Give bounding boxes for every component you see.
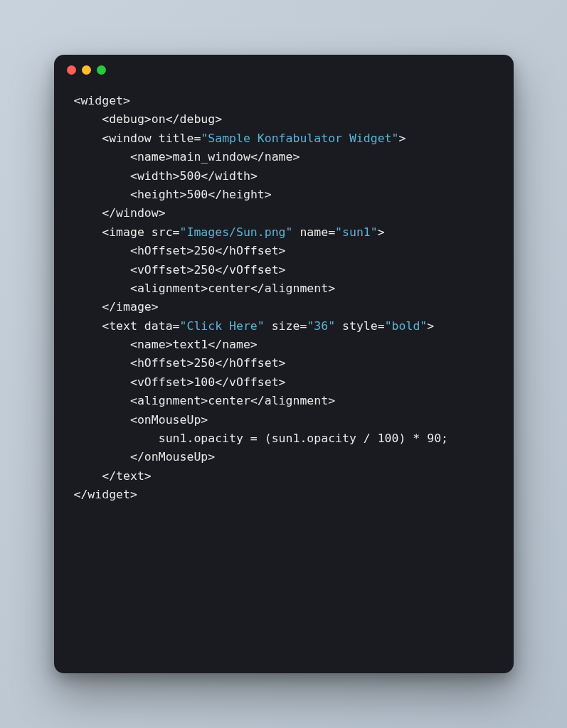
code-token-txt: sun1.opacity = (sun1.opacity / 100) * 90…	[159, 432, 448, 445]
titlebar	[54, 55, 514, 85]
code-token-tag: <text data=	[102, 319, 179, 333]
code-token-tag: <name>	[130, 150, 173, 164]
code-token-tag: <alignment>	[130, 394, 208, 407]
code-editor[interactable]: <widget> <debug>on</debug> <window title…	[54, 85, 514, 525]
code-token-tag: </text>	[102, 469, 152, 483]
code-token-tag: <hOffset>	[130, 244, 194, 257]
code-token-tag: <hOffset>	[130, 356, 194, 370]
code-token-tag: <height>	[130, 188, 186, 201]
code-token-txt: 500	[186, 188, 208, 201]
close-icon[interactable]	[67, 65, 76, 75]
code-token-tag: <width>	[130, 169, 180, 183]
code-token-txt: 250	[194, 263, 215, 277]
code-token-tag: >	[427, 319, 434, 333]
code-token-txt: 250	[194, 244, 215, 257]
code-token-str: "Sample Konfabulator Widget"	[201, 132, 398, 145]
code-token-str: "36"	[307, 319, 335, 333]
code-token-txt: 100	[194, 375, 215, 389]
code-token-tag: </window>	[102, 206, 165, 220]
code-token-tag: </name>	[250, 150, 300, 164]
code-token-tag: </alignment>	[250, 394, 335, 407]
code-token-tag: </vOffset>	[215, 263, 285, 277]
code-token-tag: <widget>	[74, 94, 130, 107]
code-token-tag: </height>	[208, 188, 271, 201]
code-token-tag: </debug>	[166, 112, 222, 126]
code-token-tag: <alignment>	[130, 282, 208, 295]
code-token-tag: <image src=	[102, 225, 179, 239]
code-token-tag: </width>	[201, 169, 257, 183]
code-token-txt: on	[152, 112, 166, 126]
code-token-tag: </widget>	[74, 488, 137, 501]
code-token-str: "bold"	[385, 319, 428, 333]
code-token-tag: >	[398, 132, 406, 145]
code-token-str: "Click Here"	[180, 319, 265, 333]
code-token-tag: name=	[292, 225, 335, 239]
code-token-txt: 500	[180, 169, 201, 183]
code-token-tag: <vOffset>	[130, 263, 194, 277]
code-token-txt: center	[208, 282, 250, 295]
code-token-tag: <vOffset>	[130, 375, 194, 389]
minimize-icon[interactable]	[82, 65, 91, 75]
code-token-tag: </onMouseUp>	[130, 450, 215, 464]
code-token-tag: </alignment>	[250, 282, 335, 295]
code-token-tag: </image>	[102, 300, 158, 314]
code-token-tag: <name>	[130, 338, 173, 351]
code-token-txt: main_window	[173, 150, 250, 164]
zoom-icon[interactable]	[97, 65, 106, 75]
code-token-tag: size=	[265, 319, 307, 333]
terminal-window: <widget> <debug>on</debug> <window title…	[54, 55, 514, 673]
code-token-tag: <window title=	[102, 132, 201, 145]
code-token-txt: 250	[194, 356, 215, 370]
code-token-tag: >	[378, 225, 385, 239]
code-token-tag: </hOffset>	[215, 244, 285, 257]
code-token-tag: </name>	[208, 338, 258, 351]
code-token-tag: <debug>	[102, 112, 152, 126]
code-token-txt: center	[208, 394, 250, 407]
code-token-str: "sun1"	[335, 225, 378, 239]
stage: <widget> <debug>on</debug> <window title…	[0, 0, 567, 728]
code-token-str: "Images/Sun.png"	[180, 225, 293, 239]
code-token-tag: </hOffset>	[215, 356, 285, 370]
code-token-txt: text1	[173, 338, 208, 351]
code-token-tag: style=	[335, 319, 385, 333]
code-token-tag: </vOffset>	[215, 375, 285, 389]
code-token-tag: <onMouseUp>	[130, 413, 208, 427]
